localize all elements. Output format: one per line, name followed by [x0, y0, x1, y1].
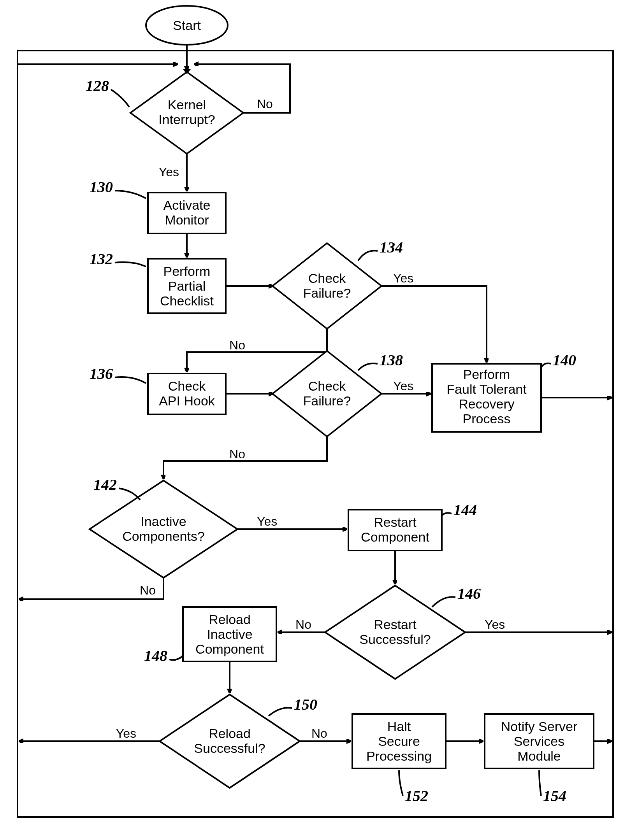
svg-text:Perform: Perform	[463, 367, 510, 382]
svg-text:Process: Process	[463, 411, 511, 426]
svg-text:Yes: Yes	[393, 379, 413, 393]
svg-text:Fault Tolerant: Fault Tolerant	[446, 382, 527, 396]
node-start: Start	[146, 6, 228, 45]
svg-text:Yes: Yes	[116, 726, 136, 740]
ref-152: 152	[405, 787, 428, 805]
node-146-restart-successful: RestartSuccessful?	[325, 586, 465, 679]
svg-text:ActivateMonitor: ActivateMonitor	[163, 198, 211, 227]
svg-text:Yes: Yes	[257, 514, 277, 528]
svg-text:CheckFailure?: CheckFailure?	[303, 271, 351, 300]
svg-text:Yes: Yes	[393, 271, 413, 285]
svg-text:No: No	[140, 583, 156, 597]
ref-136: 136	[90, 365, 113, 382]
ref-134: 134	[380, 238, 403, 256]
svg-text:Start: Start	[173, 18, 201, 33]
ref-138: 138	[380, 351, 403, 369]
ref-154: 154	[543, 787, 566, 805]
node-130-activate-monitor: ActivateMonitor	[148, 193, 226, 233]
ref-146: 146	[457, 585, 481, 602]
ref-144: 144	[453, 501, 477, 519]
node-128-kernel-interrupt: KernelInterrupt?	[130, 72, 243, 154]
svg-text:No: No	[311, 726, 327, 740]
svg-text:Recovery: Recovery	[459, 396, 515, 411]
svg-text:Yes: Yes	[159, 165, 179, 179]
ref-132: 132	[90, 250, 113, 268]
svg-text:Yes: Yes	[485, 617, 505, 631]
svg-text:No: No	[229, 447, 245, 461]
svg-text:CheckFailure?: CheckFailure?	[303, 379, 351, 408]
node-136-check-api-hook: CheckAPI Hook	[148, 374, 226, 414]
node-144-restart-component: RestartComponent	[348, 510, 442, 551]
ref-142: 142	[93, 476, 117, 493]
flowchart-diagram: Start KernelInterrupt? 128 No Yes Activa…	[0, 0, 631, 840]
node-152-halt-secure-processing: HaltSecureProcessing	[352, 714, 446, 768]
svg-text:No: No	[229, 338, 245, 352]
node-148-reload-inactive-component: ReloadInactiveComponent	[183, 607, 276, 661]
ref-148: 148	[144, 647, 167, 665]
ref-130: 130	[90, 178, 113, 196]
node-132-perform-partial-checklist: PerformPartialChecklist	[148, 259, 226, 313]
ref-150: 150	[294, 696, 317, 713]
svg-text:No: No	[257, 97, 273, 111]
node-134-check-failure: CheckFailure?	[272, 243, 381, 329]
svg-text:No: No	[295, 617, 311, 631]
ref-140: 140	[553, 351, 576, 369]
node-138-check-failure: CheckFailure?	[272, 351, 381, 437]
node-154-notify-server-services: Notify ServerServicesModule	[485, 714, 594, 768]
ref-128: 128	[86, 77, 109, 95]
node-142-inactive-components: InactiveComponents?	[90, 481, 237, 578]
node-150-reload-successful: ReloadSuccessful?	[160, 694, 300, 788]
node-140-fault-tolerant-recovery: Perform Fault Tolerant Recovery Process	[432, 364, 541, 432]
